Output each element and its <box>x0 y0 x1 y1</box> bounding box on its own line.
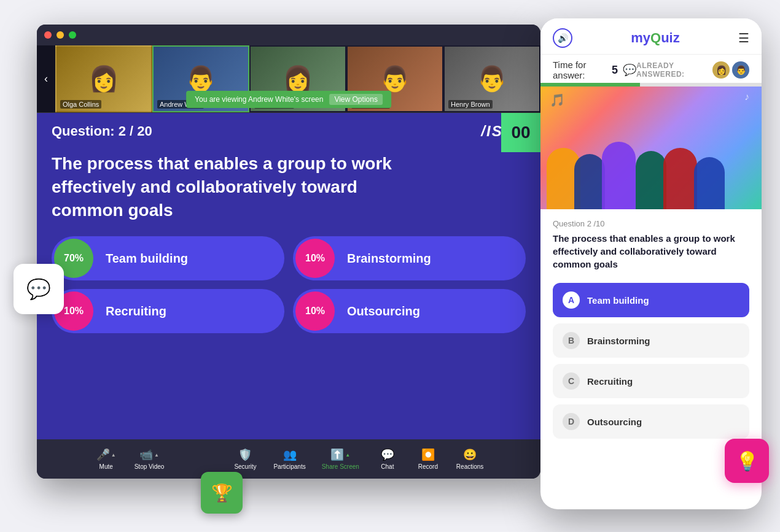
record-icon: ⏺️ <box>421 448 435 461</box>
myquiz-phone: 🔊 myQuiz ☰ Time for answer: 5 💬 ALREADY … <box>540 18 762 509</box>
participants-label: Participants <box>273 463 305 470</box>
answer-label-c: Recruiting <box>93 304 179 318</box>
close-dot[interactable] <box>44 31 52 39</box>
mute-button[interactable]: 🎤 ▲ Mute <box>88 445 125 472</box>
stop-video-button[interactable]: 📹 ▲ Stop Video <box>128 445 171 472</box>
record-button[interactable]: ⏺️ Record <box>410 445 447 472</box>
timer-label: Time for answer: <box>553 60 607 80</box>
share-screen-icon: ⬆️ <box>330 448 344 461</box>
chat-label: Chat <box>381 463 394 470</box>
answer-option-c[interactable]: 10% Recruiting <box>52 289 284 333</box>
stop-video-label: Stop Video <box>135 463 165 470</box>
phone-question-num: Question 2 /10 <box>553 219 749 228</box>
phone-answer-text-c: Recruiting <box>587 376 633 387</box>
participant-name-henry: Henry Brown <box>448 100 493 109</box>
prev-participant-button[interactable]: ‹ <box>37 45 55 112</box>
phone-answer-letter-c: C <box>563 372 580 390</box>
answer-option-b[interactable]: 10% Brainstorming <box>293 236 526 280</box>
share-banner: You are viewing Andrew White's screen Vi… <box>186 91 391 108</box>
security-icon: 🛡️ <box>238 448 252 461</box>
phone-answer-b[interactable]: B Brainstorming <box>553 323 749 358</box>
phone-answer-text-d: Outsourcing <box>587 417 642 427</box>
phone-answer-a[interactable]: A Team building <box>553 283 749 317</box>
phone-answer-c[interactable]: C Recruiting <box>553 364 749 398</box>
myquiz-logo: myQuiz <box>631 30 679 46</box>
phone-question-text: The process that enables a group to work… <box>553 232 749 271</box>
phone-answer-d[interactable]: D Outsourcing <box>553 404 749 439</box>
share-screen-label: Share Screen <box>322 463 359 470</box>
participants-button[interactable]: 👥 Participants <box>267 445 311 472</box>
zoom-window: ‹ 👩 Olga Collins 👨 Andrew White 👩 Alivia… <box>37 25 540 479</box>
chat-button[interactable]: 💬 Chat <box>369 445 406 472</box>
phone-answer-text-b: Brainstorming <box>587 336 650 346</box>
chat-bubble-float[interactable]: 💬 <box>14 264 64 314</box>
reactions-icon: 😀 <box>463 448 477 461</box>
phone-answer-letter-a: A <box>563 291 580 309</box>
answered-label: ALREADY ANSWERED: <box>636 61 705 79</box>
phone-answer-text-a: Team building <box>587 295 649 306</box>
music-note-1: 🎵 <box>550 93 565 107</box>
question-number: Question: 2 / 20 <box>52 123 152 139</box>
reactions-button[interactable]: 😀 Reactions <box>450 445 489 472</box>
participants-icon: 👥 <box>283 448 297 461</box>
minimize-dot[interactable] <box>57 31 64 39</box>
answered-row: ALREADY ANSWERED: 👩 👨 <box>636 61 749 79</box>
answers-grid: 70% Team building 10% Brainstorming 10% … <box>37 236 540 345</box>
participant-card-olga: 👩 Olga Collins <box>55 45 152 112</box>
timer-left: Time for answer: 5 💬 <box>553 60 636 80</box>
timer-chat-icon: 💬 <box>623 63 636 77</box>
quiz-main-content: Question: 2 / 20 /ISUS 00 The process th… <box>37 113 540 439</box>
view-options-button[interactable]: View Options <box>329 94 382 105</box>
share-screen-button[interactable]: ⬆️ ▲ Share Screen <box>316 445 365 472</box>
answer-option-d[interactable]: 10% Outsourcing <box>293 289 526 333</box>
mute-label: Mute <box>99 463 113 470</box>
timer-box: 00 <box>501 113 540 152</box>
reactions-label: Reactions <box>456 463 483 470</box>
answered-avatars: 👩 👨 <box>712 61 749 79</box>
participant-card-henry: 👨 Henry Brown <box>443 45 540 112</box>
phone-image: 🎵 ♪ <box>540 87 762 209</box>
timer-row: Time for answer: 5 💬 ALREADY ANSWERED: 👩… <box>540 55 762 83</box>
speaker-icon[interactable]: 🔊 <box>553 28 572 48</box>
answer-percent-d: 10% <box>295 291 335 331</box>
phone-question-section: Question 2 /10 The process that enables … <box>540 209 762 277</box>
lightbulb-button[interactable]: 💡 <box>725 439 769 483</box>
answer-label-b: Brainstorming <box>335 252 443 266</box>
record-label: Record <box>418 463 438 470</box>
zoom-titlebar <box>37 25 540 45</box>
answer-label-a: Team building <box>93 252 200 266</box>
video-icon: 📹 <box>139 448 153 461</box>
fullscreen-dot[interactable] <box>69 31 76 39</box>
menu-icon[interactable]: ☰ <box>738 31 749 45</box>
phone-header: 🔊 myQuiz ☰ <box>540 18 762 55</box>
microphone-icon: 🎤 <box>96 448 110 461</box>
zoom-toolbar: 🎤 ▲ Mute 📹 ▲ Stop Video 🛡️ Security 👥 Pa… <box>37 439 540 479</box>
answered-avatar-2: 👨 <box>732 61 749 79</box>
answer-label-d: Outsourcing <box>335 304 432 318</box>
answer-option-a[interactable]: 70% Team building <box>52 236 284 280</box>
phone-answer-letter-b: B <box>563 332 580 349</box>
answered-avatar-1: 👩 <box>712 61 730 79</box>
question-header: Question: 2 / 20 /ISUS 00 <box>37 113 540 145</box>
participant-name-olga: Olga Collins <box>60 100 101 109</box>
security-label: Security <box>234 463 256 470</box>
security-button[interactable]: 🛡️ Security <box>227 445 263 472</box>
answer-percent-b: 10% <box>295 239 335 278</box>
share-banner-text: You are viewing Andrew White's screen <box>195 95 323 104</box>
phone-answer-letter-d: D <box>563 413 580 430</box>
chat-icon: 💬 <box>381 448 394 461</box>
question-text: The process that enables a group to work… <box>37 145 440 236</box>
trophy-button[interactable]: 🏆 <box>201 472 243 514</box>
music-note-2: ♪ <box>744 91 749 102</box>
timer-value: 5 <box>612 64 618 77</box>
